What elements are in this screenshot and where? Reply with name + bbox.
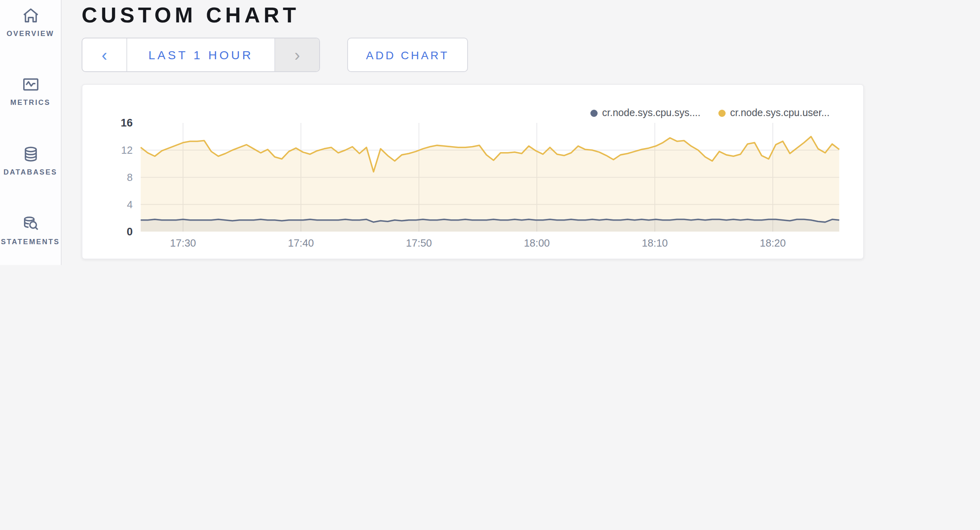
sidebar-item-overview[interactable]: OVERVIEW <box>0 6 61 38</box>
databases-icon <box>21 145 40 163</box>
time-range-selector: ‹ LAST 1 HOUR › <box>82 38 320 72</box>
add-chart-button[interactable]: ADD CHART <box>347 38 468 72</box>
metrics-icon <box>21 75 40 94</box>
svg-text:18:20: 18:20 <box>760 237 786 249</box>
page-title: CUSTOM CHART <box>82 2 980 28</box>
statements-icon <box>21 215 40 233</box>
legend-item-sys[interactable]: cr.node.sys.cpu.sys.... <box>590 107 700 118</box>
sidebar-item-label: METRICS <box>10 98 51 106</box>
svg-text:17:40: 17:40 <box>288 237 314 249</box>
legend-item-user[interactable]: cr.node.sys.cpu.user... <box>718 107 830 118</box>
series-dot-icon <box>718 109 725 116</box>
chart-panel: 17:3017:4017:5018:0018:1018:200481216 cr… <box>82 84 864 259</box>
svg-text:18:00: 18:00 <box>524 237 550 249</box>
custom-chart-page: OVERVIEW METRICS DATABASES <box>0 0 980 265</box>
svg-text:12: 12 <box>121 145 133 156</box>
sidebar-item-statements[interactable]: STATEMENTS <box>0 215 61 246</box>
svg-text:18:10: 18:10 <box>642 237 668 249</box>
svg-text:4: 4 <box>127 199 132 210</box>
sidebar: OVERVIEW METRICS DATABASES <box>0 0 62 265</box>
time-range-prev-button[interactable]: ‹ <box>82 38 127 71</box>
sidebar-item-metrics[interactable]: METRICS <box>0 75 61 106</box>
svg-text:17:30: 17:30 <box>170 237 196 249</box>
sidebar-item-label: DATABASES <box>4 168 58 176</box>
svg-text:0: 0 <box>127 226 133 238</box>
svg-text:8: 8 <box>127 172 132 183</box>
svg-text:16: 16 <box>121 117 133 129</box>
main-content: CUSTOM CHART ‹ LAST 1 HOUR › ADD CHART 1… <box>62 0 980 265</box>
chart-legend: cr.node.sys.cpu.sys.... cr.node.sys.cpu.… <box>590 107 830 118</box>
series-dot-icon <box>590 109 597 116</box>
sidebar-item-label: OVERVIEW <box>6 30 54 38</box>
svg-text:17:50: 17:50 <box>406 237 432 249</box>
home-icon <box>21 6 40 25</box>
sidebar-item-label: STATEMENTS <box>1 238 60 246</box>
toolbar: ‹ LAST 1 HOUR › ADD CHART <box>82 38 980 72</box>
sidebar-item-databases[interactable]: DATABASES <box>0 145 61 176</box>
time-range-next-button[interactable]: › <box>274 38 319 71</box>
time-range-dropdown[interactable]: LAST 1 HOUR <box>127 38 274 71</box>
